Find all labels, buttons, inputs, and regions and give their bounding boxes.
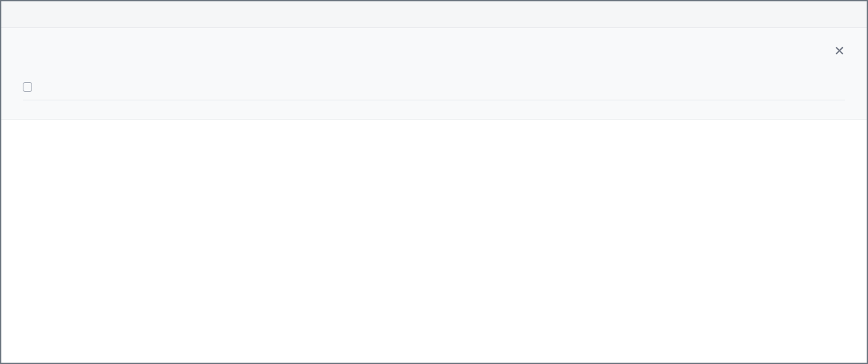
- close-icon[interactable]: ✕: [834, 44, 845, 58]
- main-table-header: [1, 1, 867, 28]
- select-all-checkbox[interactable]: [23, 82, 32, 92]
- keywords-subheader: [23, 76, 845, 100]
- keywords-panel: ✕: [1, 28, 867, 120]
- panel-header: ✕: [23, 44, 845, 58]
- app-frame: ✕: [0, 0, 868, 364]
